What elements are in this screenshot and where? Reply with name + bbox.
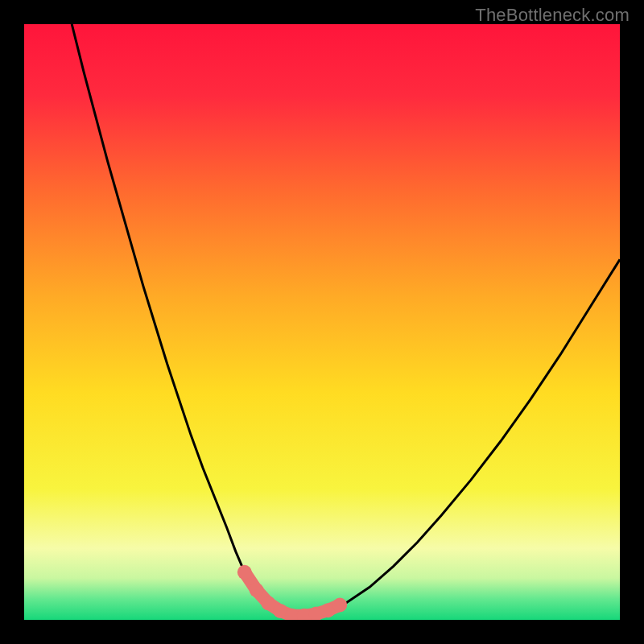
highlight-point xyxy=(332,598,347,613)
highlight-point xyxy=(250,583,264,597)
chart-background xyxy=(24,24,620,620)
highlight-point xyxy=(237,565,252,580)
chart-frame xyxy=(24,24,620,620)
highlight-point xyxy=(261,596,275,610)
bottleneck-chart xyxy=(24,24,620,620)
watermark-text: TheBottleneck.com xyxy=(475,5,630,26)
